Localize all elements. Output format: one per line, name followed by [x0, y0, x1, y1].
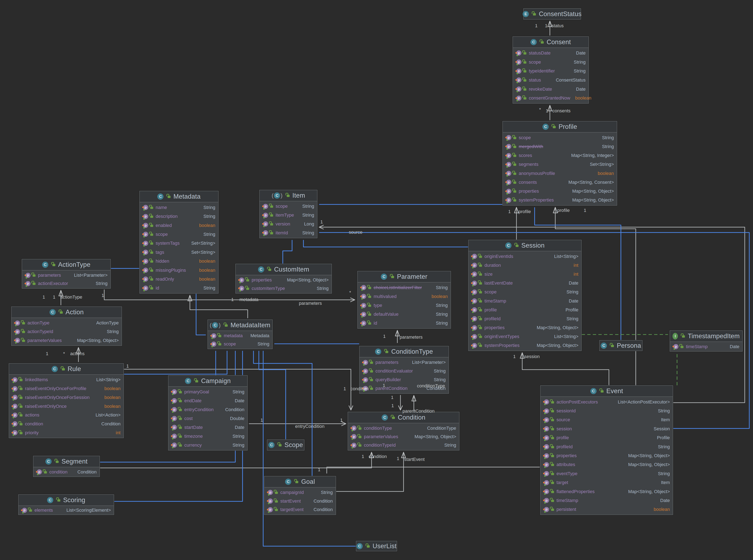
- field-row[interactable]: p systemProperties Map<String, Object>: [469, 341, 581, 350]
- field-row[interactable]: p revokeDate Date: [513, 85, 589, 94]
- field-row[interactable]: p itemType String: [260, 211, 317, 220]
- field-row[interactable]: p enabled boolean: [140, 221, 218, 230]
- field-row[interactable]: p scope String: [469, 288, 581, 297]
- class-scoring[interactable]: C Scoring p elements List<ScoringElement…: [18, 494, 114, 515]
- field-row[interactable]: p startDate Date: [168, 423, 247, 432]
- field-row[interactable]: p attributes Map<String, Object>: [541, 460, 673, 469]
- class-action[interactable]: C Action p actionType ActionType p actio…: [11, 306, 122, 346]
- field-row[interactable]: p scope String: [513, 58, 589, 67]
- field-row[interactable]: p conditionType ConditionType: [348, 424, 459, 433]
- class-timestampeditem[interactable]: I TimestampedItem p timeStamp Date: [670, 331, 743, 352]
- field-row[interactable]: p campaignId String: [264, 488, 335, 497]
- class-segment[interactable]: C Segment p condition Condition: [33, 456, 100, 477]
- field-row[interactable]: p id String: [358, 319, 451, 328]
- class-actiontype[interactable]: C ActionType p parameters List<Parameter…: [22, 259, 111, 289]
- field-row[interactable]: p segments Set<String>: [503, 160, 617, 169]
- field-row[interactable]: p linkedItems List<String>: [9, 375, 123, 384]
- class-scope[interactable]: C Scope: [267, 439, 304, 451]
- class-item[interactable]: C Item p scope String p itemType String: [259, 190, 318, 238]
- field-row[interactable]: p parameters List<Parameter>: [22, 271, 110, 279]
- class-userlist[interactable]: C UserList: [356, 541, 397, 551]
- class-consent[interactable]: C Consent p statusDate Date p scope Stri…: [512, 36, 589, 104]
- field-row[interactable]: p mergedWith String: [503, 142, 617, 151]
- field-row[interactable]: p elements List<ScoringElement>: [19, 506, 114, 514]
- field-row[interactable]: p status ConsentStatus: [513, 76, 589, 85]
- field-row[interactable]: p systemTags Set<String>: [140, 239, 218, 248]
- field-row[interactable]: p flattenedProperties Map<String, Object…: [541, 487, 673, 496]
- field-row[interactable]: p startEvent Condition: [264, 497, 335, 505]
- field-row[interactable]: p condition Condition: [9, 420, 123, 428]
- field-row[interactable]: p profileId String: [469, 314, 581, 323]
- class-parameter[interactable]: C Parameter p choiceListInitializerFilte…: [357, 271, 451, 329]
- field-row[interactable]: p cost Double: [168, 414, 247, 423]
- field-row[interactable]: p typeIdentifier String: [513, 66, 589, 76]
- field-row[interactable]: p parameters List<Parameter>: [360, 358, 449, 367]
- field-row[interactable]: p actionPostExecutors List<ActionPostExe…: [541, 398, 673, 406]
- field-row[interactable]: p itemId String: [260, 228, 317, 237]
- field-row[interactable]: p targetEvent Condition: [264, 505, 335, 514]
- field-row[interactable]: p missingPlugins boolean: [140, 266, 218, 275]
- class-consentstatus[interactable]: E ConsentStatus: [523, 8, 581, 20]
- field-row[interactable]: p properties Map<String, Object>: [541, 451, 673, 460]
- class-session[interactable]: C Session p originEventIds List<String> …: [468, 240, 582, 351]
- field-row[interactable]: p profile Profile: [469, 305, 581, 314]
- class-goal[interactable]: C Goal p campaignId String p startEvent …: [264, 476, 336, 515]
- class-persona[interactable]: C Persona: [599, 340, 643, 351]
- field-row[interactable]: p description String: [140, 212, 218, 221]
- field-row[interactable]: p readOnly boolean: [140, 275, 218, 283]
- field-row[interactable]: p defaultValue String: [358, 310, 451, 319]
- field-row[interactable]: p endDate Date: [168, 396, 247, 405]
- class-rule[interactable]: C Rule p linkedItems List<String> p rais…: [9, 363, 124, 438]
- field-row[interactable]: p priority int: [9, 428, 123, 437]
- field-row[interactable]: p conditionTypeId String: [348, 441, 459, 449]
- field-row[interactable]: p timeStamp Date: [469, 297, 581, 305]
- field-row[interactable]: p version Long: [260, 220, 317, 228]
- field-row[interactable]: p tags Set<String>: [140, 248, 218, 257]
- field-row[interactable]: p lastEventDate Date: [469, 279, 581, 288]
- field-row[interactable]: p primaryGoal String: [168, 387, 247, 396]
- field-row[interactable]: p actions List<Action>: [9, 411, 123, 420]
- field-row[interactable]: p anonymousProfile boolean: [503, 169, 617, 178]
- field-row[interactable]: p actionTypeId String: [12, 327, 122, 336]
- field-row[interactable]: p persistent boolean: [541, 505, 673, 514]
- class-metadata[interactable]: C Metadata p name String p description S…: [139, 191, 219, 294]
- field-row[interactable]: p properties Map<String, Object>: [236, 276, 331, 284]
- field-row[interactable]: p queryBuilder String: [360, 375, 449, 384]
- class-metadataitem[interactable]: C MetadataItem p metadata Metadata p sco…: [207, 319, 273, 349]
- field-row[interactable]: p entryCondition Condition: [168, 405, 247, 414]
- field-row[interactable]: p source Item: [541, 416, 673, 424]
- field-row[interactable]: p originEventTypes List<String>: [469, 332, 581, 341]
- class-campaign[interactable]: C Campaign p primaryGoal String p endDat…: [168, 375, 248, 451]
- field-row[interactable]: p systemProperties Map<String, Object>: [503, 196, 617, 205]
- field-row[interactable]: p properties Map<String, Object>: [503, 187, 617, 196]
- field-row[interactable]: p raiseEventOnlyOnceForProfile boolean: [9, 384, 123, 393]
- field-row[interactable]: p sessionId String: [541, 406, 673, 415]
- class-condition[interactable]: C Condition p conditionType ConditionTyp…: [348, 412, 460, 451]
- field-row[interactable]: p timeStamp Date: [541, 496, 673, 505]
- field-row[interactable]: p size int: [469, 270, 581, 279]
- field-row[interactable]: p originEventIds List<String>: [469, 252, 581, 261]
- field-row[interactable]: p scope String: [503, 133, 617, 142]
- field-row[interactable]: p actionType ActionType: [12, 319, 122, 327]
- field-row[interactable]: p condition Condition: [34, 468, 100, 476]
- field-row[interactable]: p scope String: [208, 340, 272, 348]
- field-row[interactable]: p consentGrantedNow boolean: [513, 94, 589, 103]
- field-row[interactable]: p choiceListInitializerFilter String: [358, 283, 451, 292]
- field-row[interactable]: p hidden boolean: [140, 257, 218, 265]
- field-row[interactable]: p currency String: [168, 441, 247, 449]
- class-event[interactable]: C Event p actionPostExecutors List<Actio…: [540, 385, 673, 515]
- field-row[interactable]: p multivalued boolean: [358, 292, 451, 301]
- field-row[interactable]: p parameterValues Map<String, Object>: [12, 336, 122, 345]
- field-row[interactable]: p id String: [140, 284, 218, 293]
- uml-diagram-canvas[interactable]: E ConsentStatus C Consent p statusDate D…: [0, 0, 753, 560]
- field-row[interactable]: p parameterValues Map<String, Object>: [348, 433, 459, 441]
- class-customitem[interactable]: C CustomItem p properties Map<String, Ob…: [235, 264, 332, 294]
- class-profile[interactable]: C Profile p scope String p mergedWith St…: [503, 121, 617, 206]
- field-row[interactable]: p scores Map<String, Integer>: [503, 151, 617, 160]
- field-row[interactable]: p duration int: [469, 261, 581, 270]
- field-row[interactable]: p consents Map<String, Consent>: [503, 178, 617, 187]
- field-row[interactable]: p timezone String: [168, 432, 247, 441]
- field-row[interactable]: p properties Map<String, Object>: [469, 323, 581, 332]
- field-row[interactable]: p profile Profile: [541, 434, 673, 442]
- field-row[interactable]: p type String: [358, 301, 451, 310]
